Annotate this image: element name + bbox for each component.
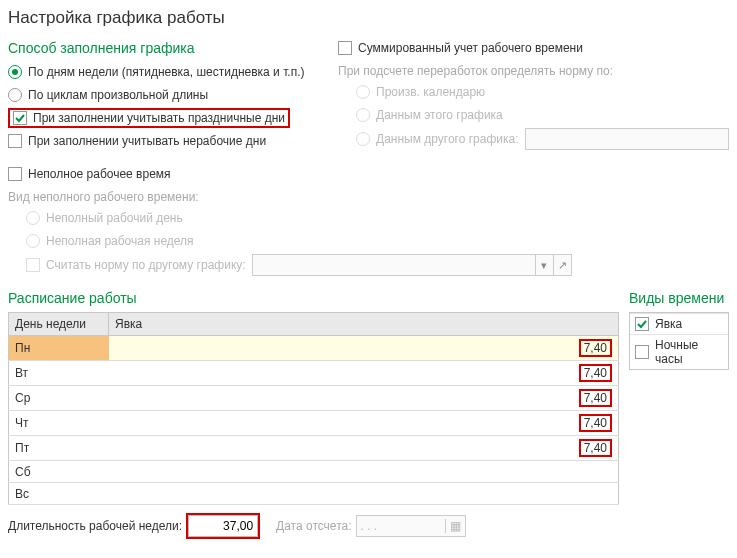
dropdown-icon: ▾ [535, 255, 553, 275]
cell-value[interactable]: 7,40 [569, 386, 619, 411]
cell-mid[interactable] [109, 361, 569, 386]
checkbox-summed-label: Суммированный учет рабочего времени [358, 41, 583, 55]
time-types-list: Явка Ночные часы [629, 312, 729, 370]
radio-partday [26, 211, 40, 225]
radio-partday-label: Неполный рабочий день [46, 211, 183, 225]
cell-mid[interactable] [109, 436, 569, 461]
schedule-table: День недели Явка Пн 7,40 Вт 7,40 Ср [8, 312, 619, 505]
radio-calendar-label: Произв. календарю [376, 85, 485, 99]
table-row: Сб [9, 461, 619, 483]
cell-day[interactable]: Чт [9, 411, 109, 436]
calendar-icon: ▦ [445, 519, 465, 533]
week-len-highlight [186, 513, 260, 539]
cell-mid[interactable] [109, 411, 569, 436]
other-graph-select [525, 128, 729, 150]
checkbox-type-night[interactable] [635, 345, 649, 359]
radio-calendar [356, 85, 370, 99]
cell-day[interactable]: Пн [9, 336, 109, 361]
cell-day[interactable]: Вт [9, 361, 109, 386]
cell-value[interactable]: 7,40 [569, 336, 619, 361]
checkbox-holidays[interactable] [13, 111, 27, 125]
cell-day[interactable]: Ср [9, 386, 109, 411]
radio-by-cycles-label: По циклам произвольной длины [28, 88, 208, 102]
parttime-type-label: Вид неполного рабочего времени: [8, 190, 729, 204]
radio-other-graph [356, 132, 370, 146]
cell-value[interactable] [569, 461, 619, 483]
time-type-label: Явка [655, 317, 682, 331]
radio-other-graph-label: Данным другого графика: [376, 132, 519, 146]
col-attend[interactable]: Явка [109, 313, 619, 336]
fill-method-heading: Способ заполнения графика [8, 40, 308, 56]
cell-value[interactable]: 7,40 [569, 361, 619, 386]
cell-mid[interactable] [109, 461, 569, 483]
page-title: Настройка графика работы [8, 8, 729, 28]
holidays-highlight: При заполнении учитывать праздничные дни [8, 108, 290, 128]
checkbox-holidays-label: При заполнении учитывать праздничные дни [33, 111, 285, 125]
radio-by-cycles[interactable] [8, 88, 22, 102]
cell-mid[interactable] [109, 336, 569, 361]
checkbox-nonwork-label: При заполнении учитывать нерабочие дни [28, 134, 266, 148]
checkbox-parttime[interactable] [8, 167, 22, 181]
checkbox-parttime-label: Неполное рабочее время [28, 167, 171, 181]
checkbox-type-attend[interactable] [635, 317, 649, 331]
cell-day[interactable]: Сб [9, 461, 109, 483]
table-row: Вт 7,40 [9, 361, 619, 386]
time-type-item[interactable]: Ночные часы [630, 334, 728, 369]
radio-this-graph-label: Данным этого графика [376, 108, 503, 122]
cell-value[interactable]: 7,40 [569, 436, 619, 461]
week-len-label: Длительность рабочей недели: [8, 519, 182, 533]
week-len-input[interactable] [188, 515, 258, 537]
radio-by-days[interactable] [8, 65, 22, 79]
cell-day[interactable]: Пт [9, 436, 109, 461]
radio-partweek [26, 234, 40, 248]
cell-value[interactable]: 7,40 [569, 411, 619, 436]
time-types-heading: Виды времени [629, 290, 729, 306]
table-row: Пт 7,40 [9, 436, 619, 461]
table-row: Вс [9, 483, 619, 505]
date-value: . . . [357, 519, 445, 533]
radio-partweek-label: Неполная рабочая неделя [46, 234, 194, 248]
cell-mid[interactable] [109, 483, 569, 505]
checkbox-summed[interactable] [338, 41, 352, 55]
table-row: Пн 7,40 [9, 336, 619, 361]
time-type-item[interactable]: Явка [630, 313, 728, 334]
col-day[interactable]: День недели [9, 313, 109, 336]
cell-day[interactable]: Вс [9, 483, 109, 505]
cell-mid[interactable] [109, 386, 569, 411]
external-icon: ↗ [553, 255, 571, 275]
checkbox-other-norm [26, 258, 40, 272]
checkbox-other-norm-label: Считать норму по другому графику: [46, 258, 246, 272]
table-row: Чт 7,40 [9, 411, 619, 436]
cell-value[interactable] [569, 483, 619, 505]
radio-this-graph [356, 108, 370, 122]
table-row: Ср 7,40 [9, 386, 619, 411]
time-type-label: Ночные часы [655, 338, 723, 366]
date-input: . . . ▦ [356, 515, 466, 537]
other-norm-select: ▾ ↗ [252, 254, 572, 276]
radio-by-days-label: По дням недели (пятидневка, шестидневка … [28, 65, 305, 79]
schedule-heading: Расписание работы [8, 290, 619, 306]
date-label: Дата отсчета: [276, 519, 351, 533]
summed-sublabel: При подсчете переработок определять норм… [338, 64, 729, 78]
checkbox-nonwork[interactable] [8, 134, 22, 148]
